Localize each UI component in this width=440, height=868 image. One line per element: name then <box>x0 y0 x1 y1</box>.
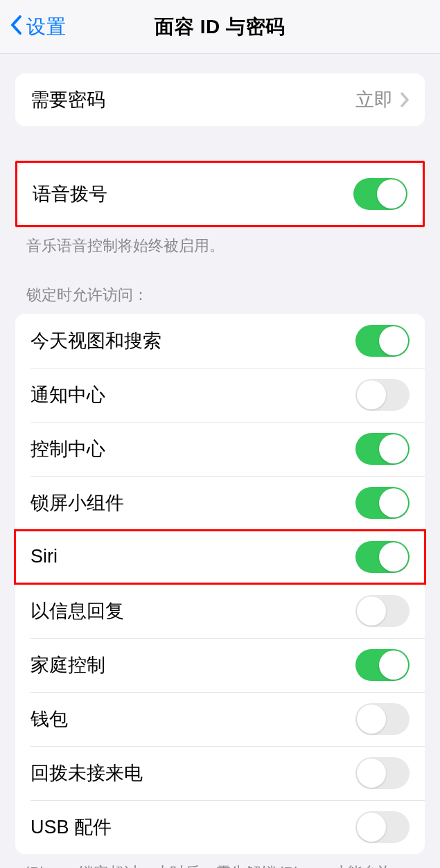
row-value-wrap: 立即 <box>355 87 410 112</box>
row-value: 立即 <box>355 87 393 112</box>
require-passcode-section: 需要密码 立即 <box>0 73 440 126</box>
row-label: 控制中心 <box>30 436 105 461</box>
voice-dial-row[interactable]: 语音拨号 <box>17 163 423 225</box>
page-title: 面容 ID 与密码 <box>155 14 285 40</box>
lock-item-reply-with-message[interactable]: 以信息回复 <box>15 584 425 638</box>
row-label: 今天视图和搜索 <box>30 328 161 353</box>
lock-item-siri[interactable]: Siri <box>15 530 425 584</box>
toggle-knob <box>377 179 406 209</box>
back-label: 设置 <box>26 14 66 40</box>
row-label: 回拨未接来电 <box>30 761 143 786</box>
settings-content: 需要密码 立即 语音拨号 <box>0 73 440 868</box>
row-label: 家庭控制 <box>30 653 105 677</box>
reply-with-message-toggle[interactable] <box>355 595 410 627</box>
lock-item-notification-center[interactable]: 通知中心 <box>15 368 425 422</box>
chevron-right-icon <box>400 89 410 111</box>
row-label: 以信息回复 <box>30 599 124 623</box>
toggle-knob <box>379 488 408 517</box>
usb-accessories-toggle[interactable] <box>355 811 410 843</box>
lock-access-group: 今天视图和搜索 通知中心 控制中心 锁屏小组件 <box>15 314 425 854</box>
toggle-knob <box>357 759 386 788</box>
lock-access-footer: iPhone 锁定超过一小时后，需先解锁 iPhone 才能允许 USB 配件连… <box>0 854 440 868</box>
settings-header: 设置 面容 ID 与密码 <box>0 0 440 54</box>
lock-item-home-control[interactable]: 家庭控制 <box>15 638 425 692</box>
wallet-toggle[interactable] <box>355 703 410 735</box>
lock-item-today-view[interactable]: 今天视图和搜索 <box>15 314 425 368</box>
chevron-left-icon <box>10 15 22 39</box>
toggle-knob <box>357 380 386 409</box>
voice-dial-group: 语音拨号 <box>17 163 423 225</box>
notification-center-toggle[interactable] <box>355 379 410 411</box>
voice-dial-toggle[interactable] <box>353 178 407 210</box>
siri-toggle[interactable] <box>355 541 410 573</box>
lock-access-section: 锁定时允许访问： 今天视图和搜索 通知中心 控制中心 <box>0 285 440 868</box>
lock-item-wallet[interactable]: 钱包 <box>15 692 425 746</box>
today-view-toggle[interactable] <box>355 325 410 357</box>
lock-item-return-missed-calls[interactable]: 回拨未接来电 <box>15 746 425 800</box>
toggle-knob <box>379 434 408 463</box>
lock-item-lock-screen-widgets[interactable]: 锁屏小组件 <box>15 476 425 530</box>
control-center-toggle[interactable] <box>355 433 410 465</box>
back-button[interactable]: 设置 <box>0 14 66 40</box>
lock-screen-widgets-toggle[interactable] <box>355 487 410 519</box>
toggle-knob <box>379 542 408 572</box>
lock-item-usb-accessories[interactable]: USB 配件 <box>15 800 425 854</box>
require-passcode-row[interactable]: 需要密码 立即 <box>15 73 425 126</box>
voice-dial-highlight: 语音拨号 <box>15 161 425 227</box>
home-control-toggle[interactable] <box>355 649 410 681</box>
toggle-knob <box>379 326 408 355</box>
row-label: 需要密码 <box>30 87 105 112</box>
voice-dial-footer: 音乐语音控制将始终被启用。 <box>0 227 440 257</box>
row-label: 钱包 <box>30 707 68 732</box>
row-label: Siri <box>30 546 58 567</box>
return-missed-calls-toggle[interactable] <box>355 757 410 789</box>
toggle-knob <box>379 650 408 680</box>
toggle-knob <box>357 705 386 734</box>
toggle-knob <box>357 596 386 626</box>
lock-item-control-center[interactable]: 控制中心 <box>15 422 425 476</box>
lock-access-header: 锁定时允许访问： <box>0 285 440 314</box>
passcode-group: 需要密码 立即 <box>15 73 425 126</box>
row-label: 语音拨号 <box>33 181 107 206</box>
toggle-knob <box>357 813 386 842</box>
row-label: 锁屏小组件 <box>30 490 124 515</box>
voice-dial-section: 语音拨号 音乐语音控制将始终被启用。 <box>0 161 440 257</box>
row-label: USB 配件 <box>30 815 112 840</box>
row-label: 通知中心 <box>30 382 105 407</box>
